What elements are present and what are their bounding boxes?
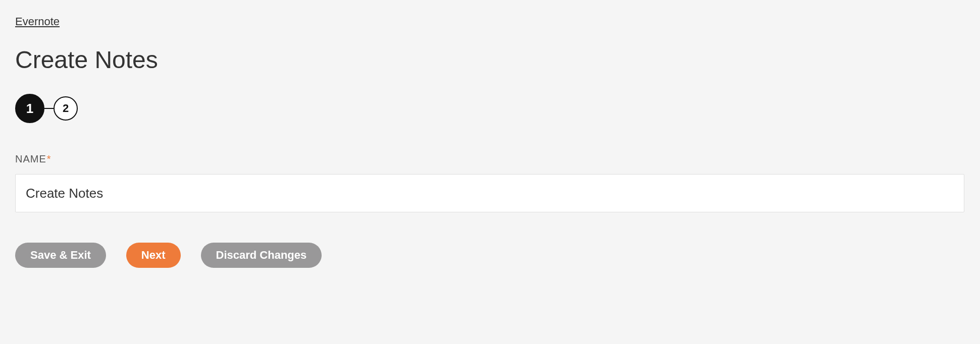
name-input[interactable] [15,174,964,212]
breadcrumb: Evernote [15,15,965,28]
breadcrumb-parent-link[interactable]: Evernote [15,15,60,28]
stepper-connector [44,108,54,109]
name-field-label: NAME* [15,153,965,165]
page-title: Create Notes [15,46,965,74]
stepper: 1 2 [15,94,965,123]
required-asterisk: * [47,153,51,164]
save-exit-button[interactable]: Save & Exit [15,243,106,268]
step-1[interactable]: 1 [15,94,44,123]
next-button[interactable]: Next [126,243,181,268]
discard-changes-button[interactable]: Discard Changes [201,243,322,268]
step-2[interactable]: 2 [54,96,78,121]
name-label-text: NAME [15,153,46,164]
action-buttons: Save & Exit Next Discard Changes [15,243,965,268]
name-field-group: NAME* [15,153,965,212]
